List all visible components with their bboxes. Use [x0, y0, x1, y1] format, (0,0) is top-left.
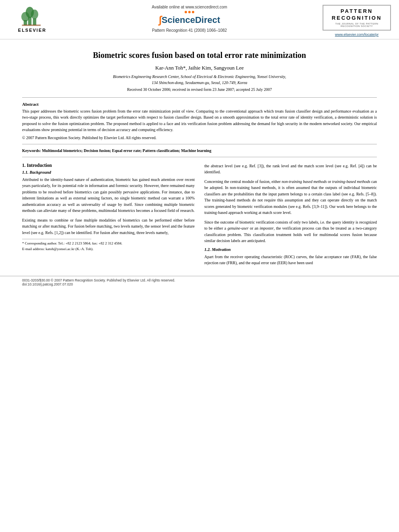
elsevier-brand: ELSEVIER	[18, 28, 46, 33]
section1-para2: Existing means to combine or fuse multip…	[22, 217, 195, 236]
journal-info: Pattern Recognition 41 (2008) 1066–1082	[56, 28, 323, 33]
footnote-email: E-mail address: katoh@yonsei.ac.kr (K.-A…	[22, 246, 195, 252]
section1-heading: 1. Introduction	[22, 163, 195, 168]
authors: Kar-Ann Toh*, Jaihie Kim, Sangyoun Lee	[22, 65, 377, 71]
italic-non-training: non-training based methods	[282, 179, 327, 184]
footer-text2: doi:10.1016/j.patcog.2007.07.020	[22, 282, 377, 286]
footer-text1: 0031-3203/$30.00 © 2007 Pattern Recognit…	[22, 278, 377, 282]
subsection1-heading: 1.1. Background	[22, 170, 195, 175]
available-online-text: Available online at www.sciencedirect.co…	[56, 5, 323, 9]
italic-training: training-based methods	[332, 179, 370, 184]
pattern-recognition-area: PATTERNRECOGNITION THE JOURNAL OF THE PA…	[323, 5, 391, 37]
sd-name: ScienceDirect	[162, 15, 220, 25]
page: ELSEVIER Available online at www.science…	[0, 0, 399, 532]
affiliation-line1: Biometrics Engineering Research Center, …	[22, 74, 377, 80]
keywords-label: Keywords:	[22, 148, 41, 153]
divider-2	[22, 144, 377, 144]
sciencedirect-logo: ∫ ScienceDirect	[56, 11, 323, 26]
left-column: 1. Introduction 1.1. Background Attribut…	[22, 163, 195, 269]
footnote-corresponding: * Corresponding author. Tel.: +82 2 2123…	[22, 241, 195, 246]
sd-dot-2	[188, 11, 191, 13]
divider-3	[22, 157, 377, 157]
received-dates: Received 30 October 2006; received in re…	[22, 87, 377, 92]
footer: 0031-3203/$30.00 © 2007 Pattern Recognit…	[0, 276, 399, 288]
svg-point-5	[31, 10, 39, 19]
section1-para1: Attributed to the identity-based nature …	[22, 177, 195, 214]
pattern-recognition-subtitle: THE JOURNAL OF THE PATTERN RECOGNITION S…	[327, 23, 387, 27]
italic-imposter: imposter	[260, 226, 274, 230]
keywords: Keywords: Multimodal biometrics; Decisio…	[22, 148, 377, 153]
article-title: Biometric scores fusion based on total e…	[22, 51, 377, 60]
two-column-layout: 1. Introduction 1.1. Background Attribut…	[22, 163, 377, 269]
right-para3: Since the outcome of biometric verificat…	[204, 219, 377, 244]
affiliation: Biometrics Engineering Research Center, …	[22, 74, 377, 86]
right-para1: the abstract level (see e.g. Ref. [3]), …	[204, 163, 377, 175]
abstract-section: Abstract This paper addresses the biomet…	[22, 102, 377, 140]
sd-dot-3	[192, 11, 194, 13]
pattern-recognition-box: PATTERNRECOGNITION THE JOURNAL OF THE PA…	[323, 5, 391, 31]
pattern-recognition-title: PATTERNRECOGNITION	[327, 8, 387, 22]
divider-1	[22, 97, 377, 98]
sd-s-icon: ∫	[159, 14, 162, 26]
copyright: © 2007 Pattern Recognition Society. Publ…	[22, 136, 377, 140]
right-column: the abstract level (see e.g. Ref. [3]), …	[204, 163, 377, 269]
right-para2: Concerning the central module of fusion,…	[204, 179, 377, 216]
keywords-values: Multimodal biometrics; Decision fusion; …	[42, 148, 211, 153]
svg-rect-6	[22, 25, 41, 26]
sciencedirect-header: Available online at www.sciencedirect.co…	[56, 5, 323, 33]
sd-dot-1	[185, 11, 187, 13]
elsevier-logo-area: ELSEVIER	[8, 5, 56, 33]
main-content: Biometric scores fusion based on total e…	[0, 51, 399, 269]
italic-genuine-user: genuine-user	[228, 226, 249, 230]
svg-rect-2	[33, 18, 36, 25]
abstract-title: Abstract	[22, 102, 377, 107]
header: ELSEVIER Available online at www.science…	[0, 0, 399, 39]
affiliation-line2: 134 Shinchon-dong, Seodaemun-gu, Seoul, …	[22, 80, 377, 86]
abstract-text: This paper addresses the biometric score…	[22, 108, 377, 133]
footnote-divider	[22, 239, 91, 239]
subsection2-heading: 1.2. Motivation	[204, 247, 377, 252]
elsevier-tree-icon	[18, 5, 46, 27]
right-para4: Apart from the receiver operating charac…	[204, 254, 377, 266]
journal-website-link[interactable]: www.elsevier.com/locate/pr	[335, 33, 379, 37]
